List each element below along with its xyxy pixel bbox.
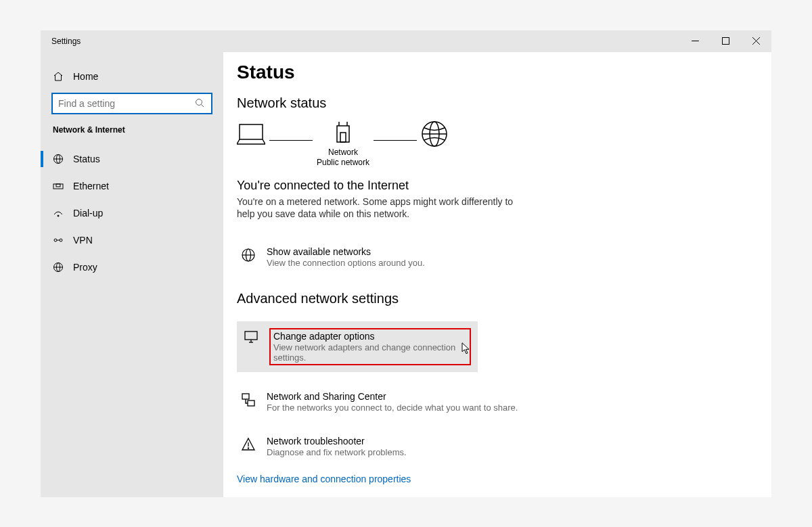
maximize-button[interactable] xyxy=(710,30,741,52)
window-controls xyxy=(680,30,771,52)
sidebar-item-ethernet[interactable]: Ethernet xyxy=(41,173,223,200)
section-advanced: Advanced network settings xyxy=(237,291,744,306)
close-button[interactable] xyxy=(741,30,771,52)
show-networks-title: Show available networks xyxy=(267,246,425,257)
section-network-status: Network status xyxy=(237,95,744,111)
network-diagram: NetworkPublic network xyxy=(237,120,744,169)
svg-rect-18 xyxy=(240,124,263,139)
sidebar-item-proxy[interactable]: Proxy xyxy=(41,254,223,281)
sharing-title: Network and Sharing Center xyxy=(267,391,518,402)
svg-point-12 xyxy=(54,239,57,242)
sharing-center-option[interactable]: Network and Sharing Center For the netwo… xyxy=(237,387,744,417)
page-title: Status xyxy=(237,62,744,83)
change-adapter-option[interactable]: Change adapter options View network adap… xyxy=(237,321,478,372)
sidebar-item-label: Dial-up xyxy=(73,208,103,219)
sidebar-item-label: VPN xyxy=(73,235,93,246)
sharing-desc: For the networks you connect to, decide … xyxy=(267,403,518,413)
svg-point-11 xyxy=(58,215,59,216)
svg-rect-1 xyxy=(723,38,729,45)
svg-rect-20 xyxy=(340,133,346,142)
svg-rect-33 xyxy=(248,400,254,406)
ethernet-icon xyxy=(53,181,64,191)
svg-point-35 xyxy=(248,448,248,449)
titlebar: Settings xyxy=(41,30,771,52)
vpn-icon xyxy=(53,235,64,246)
home-label: Home xyxy=(73,71,98,82)
sidebar-item-status[interactable]: Status xyxy=(41,145,223,173)
computer-icon xyxy=(237,122,265,146)
svg-rect-32 xyxy=(242,394,249,399)
search-field[interactable] xyxy=(58,94,195,113)
adapter-title: Change adapter options xyxy=(273,331,467,342)
globe-icon xyxy=(53,154,64,164)
sidebar-item-dialup[interactable]: Dial-up xyxy=(41,200,223,227)
svg-rect-10 xyxy=(56,184,60,187)
proxy-icon xyxy=(53,262,64,273)
svg-line-5 xyxy=(202,104,204,107)
monitor-icon xyxy=(244,329,258,344)
sidebar: Home Network & Internet Status Ethernet xyxy=(41,52,223,497)
internet-globe-icon xyxy=(421,120,448,147)
hardware-properties-link[interactable]: View hardware and connection properties xyxy=(237,474,744,484)
search-input[interactable] xyxy=(51,93,212,114)
sidebar-item-label: Ethernet xyxy=(73,181,109,191)
connected-description: You're on a metered network. Some apps m… xyxy=(237,196,528,221)
router-icon xyxy=(333,122,353,146)
sidebar-item-label: Status xyxy=(73,154,100,164)
globe-icon xyxy=(241,248,256,262)
trouble-desc: Diagnose and fix network problems. xyxy=(267,447,407,457)
svg-point-4 xyxy=(196,99,202,105)
search-icon xyxy=(195,98,206,109)
home-button[interactable]: Home xyxy=(41,63,223,90)
sidebar-item-vpn[interactable]: VPN xyxy=(41,227,223,254)
window-body: Home Network & Internet Status Ethernet xyxy=(41,52,771,497)
connected-heading: You're connected to the Internet xyxy=(237,179,744,193)
sharing-icon xyxy=(241,392,256,407)
troubleshooter-option[interactable]: Network troubleshooter Diagnose and fix … xyxy=(237,432,744,461)
sidebar-item-label: Proxy xyxy=(73,262,97,273)
content-area: Status Network status NetworkPublic netw… xyxy=(223,52,771,497)
show-networks-desc: View the connection options around you. xyxy=(267,258,425,268)
window-title: Settings xyxy=(51,37,680,46)
svg-rect-29 xyxy=(245,331,257,340)
svg-rect-19 xyxy=(337,126,349,142)
minimize-button[interactable] xyxy=(680,30,710,52)
diagram-type-label: Public network xyxy=(317,158,369,168)
show-networks-option[interactable]: Show available networks View the connect… xyxy=(237,242,744,272)
cursor-icon xyxy=(461,342,471,354)
settings-window: Settings Home Network & Internet Sta xyxy=(41,30,771,497)
home-icon xyxy=(53,71,64,82)
category-label: Network & Internet xyxy=(41,122,223,140)
warning-icon xyxy=(241,437,256,452)
diagram-network-label: Network xyxy=(317,147,369,158)
dialup-icon xyxy=(53,208,64,219)
adapter-desc: View network adapters and change connect… xyxy=(273,342,467,363)
svg-point-13 xyxy=(60,239,62,242)
trouble-title: Network troubleshooter xyxy=(267,436,407,446)
